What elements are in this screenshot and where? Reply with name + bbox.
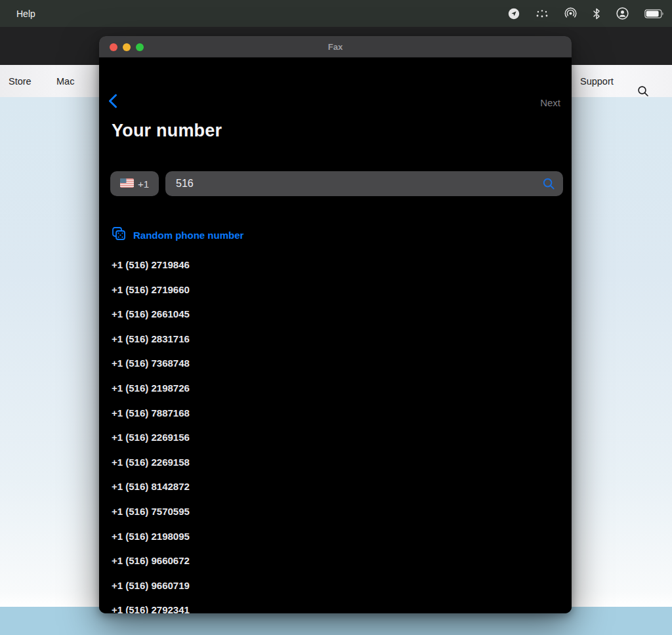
next-button[interactable]: Next xyxy=(540,97,560,108)
location-icon[interactable] xyxy=(508,8,520,20)
random-phone-number-button[interactable]: Random phone number xyxy=(112,226,243,243)
nav-item-store[interactable]: Store xyxy=(9,65,32,97)
phone-number-input[interactable] xyxy=(165,178,503,190)
menu-bar: Help xyxy=(0,0,672,27)
back-button[interactable] xyxy=(108,94,124,110)
country-code-label: +1 xyxy=(138,178,149,190)
us-flag-icon xyxy=(120,178,134,190)
menu-item-help[interactable]: Help xyxy=(16,9,35,19)
phone-number-list-item[interactable]: +1 (516) 2198726 xyxy=(99,376,572,401)
nav-item-mac[interactable]: Mac xyxy=(56,65,74,97)
phone-number-list-item[interactable]: +1 (516) 2198095 xyxy=(99,524,572,549)
bluetooth-icon[interactable] xyxy=(593,8,600,20)
random-phone-number-label: Random phone number xyxy=(133,230,243,241)
battery-icon[interactable] xyxy=(644,9,664,18)
phone-number-list-item[interactable]: +1 (516) 7570595 xyxy=(99,499,572,524)
page-title: Your number xyxy=(112,121,222,141)
traffic-lights xyxy=(110,36,144,58)
airplay-icon[interactable] xyxy=(564,7,577,20)
close-button[interactable] xyxy=(110,43,117,51)
phone-number-list-item[interactable]: +1 (516) 9660719 xyxy=(99,573,572,598)
country-code-selector[interactable]: +1 xyxy=(110,171,159,196)
phone-number-list-item[interactable]: +1 (516) 2269156 xyxy=(99,425,572,450)
zoom-button[interactable] xyxy=(136,43,144,51)
window-titlebar[interactable]: Fax xyxy=(99,36,572,58)
phone-number-list-item[interactable]: +1 (516) 2661045 xyxy=(99,302,572,327)
window-title: Fax xyxy=(328,42,343,52)
phone-number-list-item[interactable]: +1 (516) 8142872 xyxy=(99,474,572,499)
fax-window: Fax Next Your number xyxy=(99,36,572,613)
phone-number-list-item[interactable]: +1 (516) 2792341 xyxy=(99,598,572,613)
dots-icon[interactable] xyxy=(536,9,549,19)
minimize-button[interactable] xyxy=(123,43,131,51)
phone-form: +1 xyxy=(110,171,563,196)
phone-number-list-item[interactable]: +1 (516) 7887168 xyxy=(99,401,572,426)
phone-number-list-item[interactable]: +1 (516) 2831716 xyxy=(99,327,572,352)
phone-number-list-item[interactable]: +1 (516) 2269158 xyxy=(99,450,572,475)
phone-number-field xyxy=(165,171,563,196)
search-icon[interactable] xyxy=(542,177,555,193)
phone-number-list: +1 (516) 2719846+1 (516) 2719660+1 (516)… xyxy=(99,253,572,613)
nav-item-support[interactable]: Support xyxy=(580,65,614,97)
dice-icon xyxy=(112,226,126,243)
phone-number-list-item[interactable]: +1 (516) 7368748 xyxy=(99,351,572,376)
user-icon[interactable] xyxy=(616,7,629,20)
phone-number-list-item[interactable]: +1 (516) 9660672 xyxy=(99,548,572,573)
phone-number-list-item[interactable]: +1 (516) 2719660 xyxy=(99,277,572,302)
window-content: Next Your number +1 xyxy=(99,58,572,613)
phone-number-list-item[interactable]: +1 (516) 2719846 xyxy=(99,253,572,277)
status-icons xyxy=(508,0,664,27)
